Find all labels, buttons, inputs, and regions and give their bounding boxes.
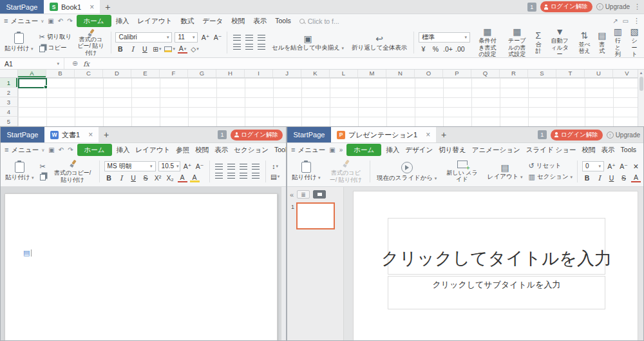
- italic-button[interactable]: I: [128, 45, 137, 53]
- menu-button[interactable]: ≡メニュー∨: [4, 17, 44, 26]
- ribbon-tab[interactable]: アニメーション: [471, 144, 521, 156]
- vertical-scrollbar[interactable]: ▴: [638, 70, 644, 126]
- font-color-button[interactable]: A: [631, 174, 641, 182]
- italic-button[interactable]: I: [594, 174, 604, 182]
- indent-decrease-button[interactable]: [239, 164, 249, 170]
- row-header[interactable]: 2: [0, 88, 18, 97]
- ribbon-tab[interactable]: Tools: [274, 15, 292, 27]
- column-header[interactable]: S: [528, 70, 556, 77]
- avatar[interactable]: 1: [538, 130, 547, 139]
- line-spacing-button[interactable]: ↕▾: [270, 162, 280, 170]
- strikethrough-button[interactable]: S: [619, 174, 629, 182]
- align-top-button[interactable]: [232, 35, 242, 41]
- section-button[interactable]: ▥セクション▾: [529, 173, 573, 181]
- ribbon-tab[interactable]: レイアウト: [137, 15, 173, 27]
- share-icon[interactable]: ↗: [612, 18, 618, 24]
- new-tab-button[interactable]: +: [436, 127, 451, 142]
- bold-button[interactable]: B: [115, 45, 125, 53]
- column-header[interactable]: A: [18, 70, 46, 77]
- ribbon-tab[interactable]: 挿入: [385, 144, 400, 156]
- cell-name-box[interactable]: A1▾: [0, 58, 64, 69]
- save-icon[interactable]: ▣: [48, 147, 54, 153]
- borders-button[interactable]: ⊞▾: [152, 45, 162, 53]
- number-format-button[interactable]: .00: [455, 45, 465, 53]
- copy-button[interactable]: コピー: [39, 44, 72, 52]
- undo-icon[interactable]: ↶: [58, 18, 63, 24]
- increase-font-button[interactable]: A⁺: [607, 162, 616, 170]
- ribbon-tab[interactable]: Tools: [274, 144, 286, 156]
- font-color-button[interactable]: A: [178, 174, 187, 182]
- italic-button[interactable]: I: [117, 174, 126, 182]
- align-right-button[interactable]: [239, 173, 249, 179]
- overflow-chevron-icon[interactable]: »: [339, 147, 343, 153]
- document-page[interactable]: ▤: [5, 193, 278, 341]
- ribbon-big-button[interactable]: ▧ シート: [627, 29, 641, 56]
- select-all-corner[interactable]: [0, 70, 18, 77]
- paste-button[interactable]: 貼り付け ▾: [290, 158, 323, 185]
- active-cell-selection[interactable]: [18, 78, 47, 88]
- wrap-text-button[interactable]: ↩ 折り返して全体表示: [350, 29, 409, 56]
- column-header[interactable]: F: [160, 70, 188, 77]
- column-header[interactable]: G: [188, 70, 216, 77]
- slide-thumbnail[interactable]: [296, 202, 335, 229]
- sheet-document-tab[interactable]: S Book1 ×: [44, 0, 100, 14]
- ribbon-big-button[interactable]: ▤ 書式: [596, 29, 608, 56]
- fill-color-button[interactable]: ▾: [164, 46, 175, 52]
- menu-button[interactable]: ≡メニュー: [291, 146, 325, 155]
- ribbon-tab[interactable]: レイアウト: [135, 144, 171, 156]
- ribbon-tab[interactable]: 校閲: [231, 15, 245, 27]
- start-page-tab[interactable]: StartPage: [1, 127, 44, 142]
- copy-icon[interactable]: [40, 174, 46, 180]
- ribbon-big-button[interactable]: ▥ 行と列: [611, 29, 625, 56]
- number-format-button[interactable]: .0+: [443, 45, 453, 53]
- ribbon-tab[interactable]: 切り替え: [438, 144, 467, 156]
- font-family-select[interactable]: Calibri▾: [115, 32, 172, 43]
- number-list-button[interactable]: [227, 164, 236, 170]
- new-tab-button[interactable]: +: [100, 0, 115, 14]
- paste-button[interactable]: 貼り付け ▾: [3, 29, 35, 56]
- font-size-select[interactable]: 0▾: [582, 161, 604, 171]
- outline-view-toggle[interactable]: ≣: [297, 190, 310, 199]
- slide-canvas[interactable]: クリックしてタイトルを入力 クリックしてサブタイトルを入力: [353, 191, 638, 341]
- paste-button[interactable]: 貼り付け ▾: [3, 158, 36, 185]
- underline-button[interactable]: U: [607, 174, 616, 182]
- insert-function-icon[interactable]: ⊕: [72, 59, 78, 68]
- window-layout-icon[interactable]: ▭: [623, 18, 629, 24]
- close-tab-icon[interactable]: ×: [88, 130, 93, 139]
- new-tab-button[interactable]: +: [99, 127, 114, 142]
- ribbon-tab[interactable]: 挿入: [116, 144, 131, 156]
- start-page-tab[interactable]: StartPage: [0, 0, 44, 14]
- format-painter-button[interactable]: 書式のコピー/ 貼り付け: [75, 29, 106, 56]
- avatar[interactable]: 1: [218, 130, 227, 139]
- align-middle-button[interactable]: [244, 35, 254, 41]
- column-header[interactable]: I: [245, 70, 273, 77]
- merge-center-button[interactable]: ▣ セルを結合して中央揃え ▾: [270, 29, 346, 56]
- slide-list-item[interactable]: 1: [287, 201, 343, 229]
- column-header[interactable]: N: [386, 70, 415, 77]
- decrease-font-button[interactable]: A⁻: [619, 162, 629, 170]
- upgrade-button[interactable]: ↑Upgrade: [607, 132, 640, 139]
- save-icon[interactable]: ▣: [329, 147, 335, 153]
- ribbon-tab[interactable]: 校閲: [582, 144, 596, 156]
- start-page-tab[interactable]: StartPage: [287, 127, 331, 142]
- tab-home[interactable]: ホーム: [346, 144, 381, 156]
- close-tab-icon[interactable]: ×: [426, 130, 430, 139]
- logout-badge[interactable]: ログイン解除: [551, 130, 603, 141]
- formula-input[interactable]: [90, 58, 644, 69]
- column-header[interactable]: P: [443, 70, 471, 77]
- title-placeholder[interactable]: クリックしてタイトルを入力: [388, 218, 605, 275]
- ribbon-big-button[interactable]: ▦ 条件付き書式の設定: [474, 29, 501, 56]
- ribbon-big-button[interactable]: Σ 合計: [533, 29, 544, 56]
- ribbon-big-button[interactable]: ▼ 自動フィルター: [546, 29, 573, 56]
- column-header[interactable]: O: [415, 70, 443, 77]
- ribbon-big-button[interactable]: ▦ テーブルの書式設定: [504, 29, 531, 56]
- cell-style-button[interactable]: ◇▾: [190, 45, 200, 53]
- column-header[interactable]: D: [103, 70, 131, 77]
- column-header[interactable]: J: [273, 70, 301, 77]
- ribbon-tab[interactable]: デザイン: [404, 144, 433, 156]
- scrollbar-thumb[interactable]: [639, 77, 643, 91]
- ribbon-tab[interactable]: 表示: [601, 144, 616, 156]
- logout-badge[interactable]: ログイン解除: [231, 130, 283, 141]
- decrease-font-button[interactable]: A⁻: [213, 34, 222, 41]
- more-icon[interactable]: ⋮: [633, 17, 640, 25]
